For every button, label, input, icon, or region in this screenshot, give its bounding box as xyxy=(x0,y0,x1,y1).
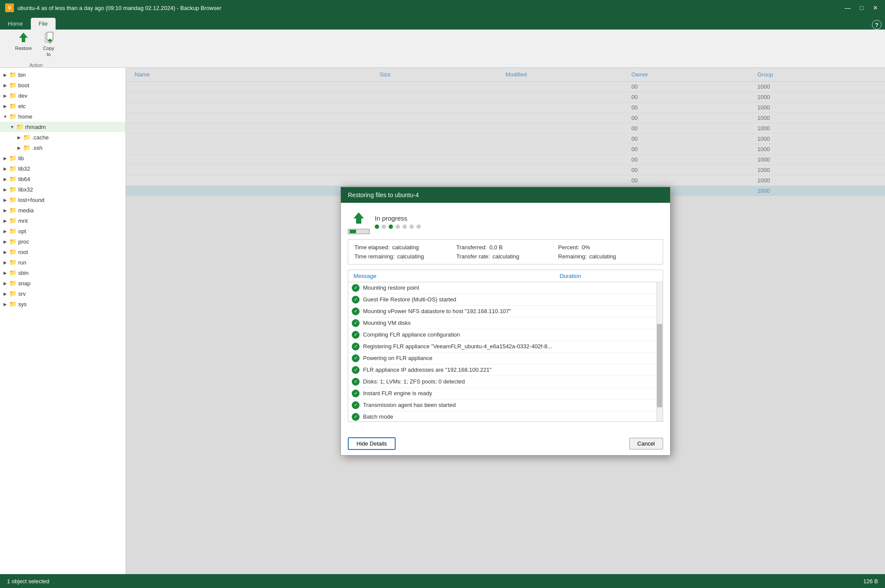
tree-label: opt xyxy=(18,228,26,235)
messages-col-duration[interactable]: Duration xyxy=(555,270,663,282)
tree-item-sbin[interactable]: ▶ 📁 sbin xyxy=(0,268,125,278)
tree-item-boot[interactable]: ▶ 📁 boot xyxy=(0,80,125,90)
expand-toggle: ▶ xyxy=(2,82,9,89)
tree-item-media[interactable]: ▶ 📁 media xyxy=(0,205,125,215)
tab-home[interactable]: Home xyxy=(0,18,31,30)
tree-item-etc[interactable]: ▶ 📁 etc xyxy=(0,101,125,111)
expand-toggle: ▶ xyxy=(2,71,9,78)
file-tree-sidebar: ▶ 📁 bin ▶ 📁 boot ▶ 📁 dev ▶ 📁 etc ▼ 📁 hom… xyxy=(0,68,126,574)
progress-upload-icon xyxy=(350,210,367,227)
success-icon: ✓ xyxy=(352,319,360,327)
message-text: Mounting vPower NFS datastore to host "1… xyxy=(363,308,659,314)
message-row-12: ✓ Batch mode xyxy=(348,411,663,421)
tree-item-proc[interactable]: ▶ 📁 proc xyxy=(0,236,125,247)
expand-toggle: ▶ xyxy=(2,196,9,203)
tree-label: sys xyxy=(18,301,27,307)
action-group-label: Action xyxy=(30,63,43,68)
tree-label: home xyxy=(18,113,33,120)
folder-icon: 📁 xyxy=(9,217,17,225)
tree-item-home[interactable]: ▼ 📁 home xyxy=(0,111,125,122)
copy-to-button[interactable]: Copyto xyxy=(37,29,60,59)
success-icon: ✓ xyxy=(352,378,360,386)
restore-button[interactable]: Restore xyxy=(12,29,35,59)
tree-item-lost-found[interactable]: ▶ 📁 lost+found xyxy=(0,195,125,205)
folder-icon: 📁 xyxy=(9,279,17,287)
folder-icon: 📁 xyxy=(9,165,17,172)
folder-icon: 📁 xyxy=(9,154,17,162)
tree-item-rhmadm[interactable]: ▼ 📁 rhmadm xyxy=(0,122,125,132)
folder-icon: 📁 xyxy=(9,196,17,204)
expand-toggle: ▶ xyxy=(2,248,9,255)
cancel-button[interactable]: Cancel xyxy=(629,438,663,449)
tree-label: lib64 xyxy=(18,176,30,182)
message-row-4: ✓ Mounting VM disks xyxy=(348,317,663,329)
tree-item-cache[interactable]: ▶ 📁 .cache xyxy=(0,132,125,142)
modal-body: In progress xyxy=(341,203,670,434)
percent-label: Percent: xyxy=(558,244,579,251)
expand-toggle: ▼ xyxy=(9,123,16,130)
success-icon: ✓ xyxy=(352,343,360,350)
maximize-button[interactable]: □ xyxy=(857,3,866,12)
tree-item-snap[interactable]: ▶ 📁 snap xyxy=(0,278,125,288)
content-area: Name Size Modified Owner Group 00 1000 0… xyxy=(126,68,885,574)
success-icon: ✓ xyxy=(352,307,360,315)
hide-details-button[interactable]: Hide Details xyxy=(348,437,396,450)
expand-toggle: ▶ xyxy=(2,269,9,276)
message-text: FLR appliance IP addresses are "192.168.… xyxy=(363,367,659,373)
messages-col-message[interactable]: Message xyxy=(348,270,555,282)
svg-text:V: V xyxy=(8,6,11,10)
message-text: Batch mode xyxy=(363,413,659,420)
progress-dots xyxy=(375,225,421,229)
tree-label: proc xyxy=(18,238,29,245)
message-text: Transmission agent has been started xyxy=(363,402,659,408)
folder-icon: 📁 xyxy=(9,300,17,308)
tree-item-mnt[interactable]: ▶ 📁 mnt xyxy=(0,215,125,226)
close-button[interactable]: ✕ xyxy=(871,3,880,12)
tree-item-root[interactable]: ▶ 📁 root xyxy=(0,247,125,257)
folder-icon: 📁 xyxy=(23,133,30,141)
title-bar: V ubuntu-4 as of less than a day ago (09… xyxy=(0,0,885,16)
message-text: Mounting VM disks xyxy=(363,320,659,326)
tree-item-dev[interactable]: ▶ 📁 dev xyxy=(0,90,125,101)
main-area: ▶ 📁 bin ▶ 📁 boot ▶ 📁 dev ▶ 📁 etc ▼ 📁 hom… xyxy=(0,68,885,574)
message-text: Compiling FLR appliance configuration xyxy=(363,331,659,338)
tree-item-libx32[interactable]: ▶ 📁 libx32 xyxy=(0,184,125,195)
tree-item-opt[interactable]: ▶ 📁 opt xyxy=(0,226,125,236)
help-button[interactable]: ? xyxy=(872,20,882,30)
scrollbar-thumb[interactable] xyxy=(657,324,662,407)
folder-icon: 📁 xyxy=(9,185,17,193)
tree-item-lib32[interactable]: ▶ 📁 lib32 xyxy=(0,163,125,174)
transfer-rate-label: Transfer rate: xyxy=(456,253,490,260)
expand-toggle: ▶ xyxy=(16,144,23,151)
folder-icon: 📁 xyxy=(9,258,17,266)
tree-item-lib[interactable]: ▶ 📁 lib xyxy=(0,153,125,163)
messages-scrollbar[interactable] xyxy=(657,282,663,421)
expand-toggle: ▶ xyxy=(2,155,9,162)
tree-item-bin[interactable]: ▶ 📁 bin xyxy=(0,69,125,80)
minimize-button[interactable]: — xyxy=(843,3,852,12)
tree-label: libx32 xyxy=(18,186,33,193)
restore-label: Restore xyxy=(15,46,32,51)
tree-label: sbin xyxy=(18,270,29,276)
messages-header: Message Duration xyxy=(348,270,663,282)
folder-icon: 📁 xyxy=(9,206,17,214)
title-bar-left: V ubuntu-4 as of less than a day ago (09… xyxy=(5,3,221,12)
dot-7 xyxy=(416,225,421,229)
tree-item-srv[interactable]: ▶ 📁 srv xyxy=(0,288,125,299)
messages-body: ✓ Mounting restore point ✓ Guest File Re… xyxy=(348,282,663,421)
message-text: Instant FLR engine is ready xyxy=(363,390,659,396)
message-text: Guest File Restore (Multi-OS) started xyxy=(363,296,659,303)
stat-transferred: Transferred: 0,0 B xyxy=(456,244,555,251)
tree-item-sys[interactable]: ▶ 📁 sys xyxy=(0,299,125,309)
modal-overlay: Restoring files to ubuntu-4 xyxy=(126,68,885,574)
expand-toggle: ▶ xyxy=(2,217,9,224)
tree-item-lib64[interactable]: ▶ 📁 lib64 xyxy=(0,174,125,184)
stat-time-remaining: Time remaining: calculating xyxy=(354,253,453,260)
messages-section: Message Duration ✓ Mounting restore poin… xyxy=(348,270,663,422)
message-row-8: ✓ FLR appliance IP addresses are "192.16… xyxy=(348,364,663,376)
tree-label: mnt xyxy=(18,218,28,224)
tree-item-run[interactable]: ▶ 📁 run xyxy=(0,257,125,268)
expand-toggle: ▶ xyxy=(2,102,9,109)
tree-item-ssh[interactable]: ▶ 📁 .ssh xyxy=(0,142,125,153)
tab-file[interactable]: File xyxy=(31,18,56,30)
